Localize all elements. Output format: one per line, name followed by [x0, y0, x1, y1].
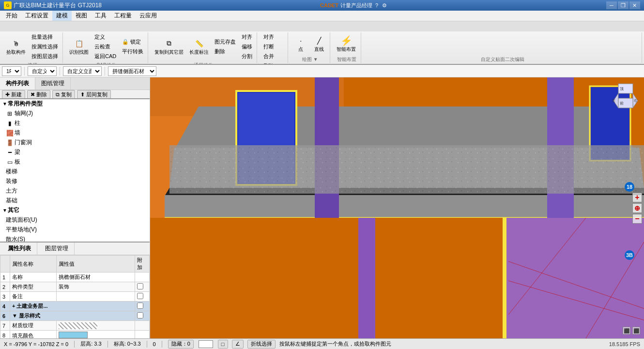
define-stand-select[interactable]: 自定义立面	[63, 66, 102, 76]
tab-properties-list[interactable]: 属性列表	[2, 243, 37, 255]
floor-select[interactable]: 1F	[2, 66, 21, 76]
corner-btn-1[interactable]: ⬛	[623, 327, 630, 334]
component-types-tree[interactable]: ▼ 常用构件类型 ⊞ 轴网(J) ▮ 柱 🧱 墙 🚪 门窗洞 ━ 梁	[0, 98, 150, 242]
length-button[interactable]: 📏 长度标注	[187, 37, 211, 57]
polyline-select-button[interactable]: 折线选择	[247, 340, 276, 349]
row-4-add[interactable]	[135, 302, 150, 311]
tree-site-prep[interactable]: 平整场地(V)	[0, 225, 150, 235]
tree-common-types[interactable]: ▼ 常用构件类型	[0, 99, 150, 109]
copy-component-button[interactable]: ⧉ 复制	[52, 90, 75, 98]
toggle-others[interactable]: ▼	[2, 208, 8, 213]
toggle-common[interactable]: ▼	[2, 101, 8, 106]
tree-axis-grid[interactable]: ⊞ 轴网(J)	[0, 109, 150, 119]
align2-button[interactable]: 对齐	[261, 32, 276, 42]
tree-building-area[interactable]: 建筑面积(U)	[0, 215, 150, 225]
ribbon-group-draw: · 点 ╱ 直线 绘图 ▼	[290, 32, 330, 63]
delete-component-button[interactable]: ✖ 删除	[27, 90, 50, 98]
menu-tools[interactable]: 工具	[91, 11, 110, 21]
pick-component-button[interactable]: 🖱 拾取构件	[4, 37, 28, 57]
row-6-checkbox[interactable]	[137, 312, 143, 319]
tree-others[interactable]: ▼ 其它	[0, 206, 150, 215]
break-button[interactable]: 打断	[261, 42, 276, 51]
tree-stair[interactable]: 楼梯	[0, 167, 150, 177]
cloud-button[interactable]: 云检查	[92, 42, 119, 51]
navigation-cube[interactable]: 顶 左 右 前	[611, 81, 640, 110]
help-icon[interactable]: ?	[375, 2, 378, 8]
delete2-button[interactable]: 删除	[261, 61, 276, 64]
define-button[interactable]: 定义	[92, 32, 119, 42]
line-draw-button[interactable]: ╱ 直线	[310, 34, 328, 54]
viewport[interactable]: ↗ Z X Y	[150, 77, 644, 338]
fill-color-swatch[interactable]	[59, 332, 88, 338]
tree-column[interactable]: ▮ 柱	[0, 119, 150, 128]
toolbar-sep-3	[105, 67, 105, 76]
menu-project-settings[interactable]: 工程设置	[21, 11, 52, 21]
grid-element-button[interactable]: 图元存盘	[212, 37, 238, 46]
tree-wall[interactable]: 🧱 墙	[0, 128, 150, 138]
corner-btn-2[interactable]: ⬛	[632, 327, 640, 334]
smart-layout-button[interactable]: ⚡ 智能布置	[334, 34, 358, 54]
minimize-button[interactable]: ─	[606, 1, 617, 9]
floor-copy-button[interactable]: ⬆ 层间复制	[77, 90, 111, 98]
snap-mode-button[interactable]: □	[218, 340, 228, 349]
row-3-value[interactable]	[57, 292, 135, 302]
new-component-button[interactable]: ✚ 新建	[2, 90, 25, 98]
row-2-checkbox[interactable]	[137, 283, 143, 289]
tree-finish[interactable]: 装修	[0, 177, 150, 186]
angle-snap-button[interactable]: ∠	[232, 340, 244, 349]
batch-select-button[interactable]: 批量选择	[29, 32, 61, 42]
tree-earth[interactable]: 土方	[0, 186, 150, 196]
row-7-value[interactable]	[57, 321, 135, 331]
right-toolbar: + ⊕ −	[632, 193, 642, 224]
nav-target-button[interactable]: ⊕	[632, 203, 642, 213]
ribbon-group-common: ⧉ 复制到其它层 📏 长度标注 图元存盘 删除 对齐 偏移 分割 通用操作	[150, 32, 257, 63]
tab-drawing-management[interactable]: 图纸管理	[35, 77, 71, 90]
menu-view[interactable]: 视图	[72, 11, 91, 21]
define-select[interactable]: 自定义	[28, 66, 57, 76]
merge-button[interactable]: 合并	[261, 52, 276, 61]
menu-cloud[interactable]: 云应用	[136, 11, 161, 21]
parallel-button[interactable]: 平行转换	[120, 47, 146, 56]
tree-slab[interactable]: ▭ 板	[0, 157, 150, 167]
compare-select[interactable]: 拼缝侧面石材	[108, 66, 156, 76]
close-button[interactable]: ✕	[629, 1, 640, 9]
col-num	[0, 256, 10, 273]
tree-foundation[interactable]: 基础	[0, 196, 150, 206]
lock-button[interactable]: 🔒 锁定	[120, 37, 146, 46]
restore-button[interactable]: ❐	[618, 1, 629, 9]
split-button[interactable]: 分割	[239, 52, 255, 61]
settings-icon[interactable]: ⚙	[382, 2, 387, 9]
row-8-value[interactable]	[57, 331, 135, 339]
row-1-value[interactable]: 挑檐侧面石材	[57, 273, 135, 282]
copy-floor-button[interactable]: ⧉ 复制到其它层	[152, 37, 186, 57]
menu-modeling[interactable]: 建模	[52, 11, 72, 21]
tab-component-list[interactable]: 构件列表	[0, 77, 35, 90]
material-swatch[interactable]	[59, 322, 97, 329]
snap-box[interactable]	[199, 340, 213, 348]
menu-quantities[interactable]: 工程量	[110, 11, 136, 21]
hidden-button[interactable]: 隐藏：0	[168, 340, 194, 349]
identify-button[interactable]: 📋 识别找图	[67, 37, 91, 57]
row-3-checkbox[interactable]	[137, 293, 143, 299]
tree-beam[interactable]: ━ 梁	[0, 148, 150, 157]
tree-drain[interactable]: 散水(S)	[0, 235, 150, 242]
nav-plus-button[interactable]: +	[632, 193, 642, 202]
custom-edit-label: 自定义贴面二次编辑	[365, 55, 640, 63]
menu-start[interactable]: 开始	[2, 11, 21, 21]
nav-minus-button[interactable]: −	[632, 214, 642, 224]
offset-button[interactable]: 偏移	[239, 42, 255, 51]
attr-select-button[interactable]: 按属性选择	[29, 42, 61, 51]
row-2-add[interactable]	[135, 282, 150, 292]
row-2-value[interactable]: 装饰	[57, 282, 135, 292]
point-draw-button[interactable]: · 点	[292, 34, 309, 54]
tree-door-window[interactable]: 🚪 门窗洞	[0, 138, 150, 148]
align-button[interactable]: 对齐	[239, 32, 255, 42]
layer-select-button[interactable]: 按图层选择	[29, 52, 61, 61]
delete-button[interactable]: 删除	[212, 47, 238, 56]
row-4-checkbox[interactable]	[137, 303, 143, 309]
smart-group-label: 智能布置	[334, 55, 359, 63]
row-6-add[interactable]	[135, 311, 150, 321]
return-cad-button[interactable]: 返回CAD	[92, 52, 119, 61]
row-3-add[interactable]	[135, 292, 150, 302]
tab-layer-management[interactable]: 图层管理	[39, 243, 75, 255]
